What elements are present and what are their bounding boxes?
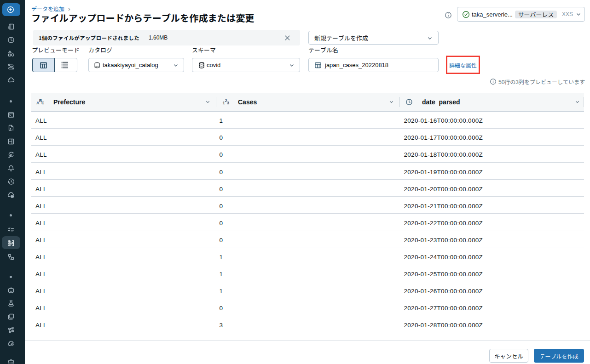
svg-text:3: 3 <box>227 101 229 106</box>
svg-text:C: C <box>41 101 44 106</box>
